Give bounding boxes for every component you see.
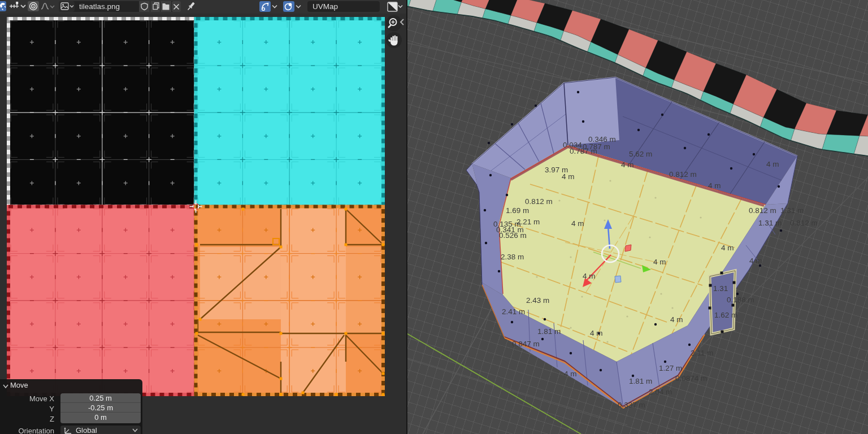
- svg-text:1.69 m: 1.69 m: [506, 206, 529, 215]
- svg-text:0.812 m: 0.812 m: [790, 219, 818, 227]
- svg-text:0.847 m: 0.847 m: [512, 340, 540, 348]
- svg-text:2.11 m: 2.11 m: [691, 349, 713, 357]
- svg-text:5.62 m: 5.62 m: [629, 150, 652, 158]
- svg-text:1.31 m: 1.31 m: [758, 219, 782, 227]
- svg-text:0.812 m: 0.812 m: [749, 206, 776, 215]
- svg-text:2.43 m: 2.43 m: [526, 296, 549, 305]
- svg-text:4 m: 4 m: [766, 160, 779, 168]
- svg-text:0.526 m: 0.526 m: [499, 231, 527, 240]
- svg-text:4 m: 4 m: [590, 329, 603, 337]
- svg-text:2.04 m: 2.04 m: [649, 388, 672, 396]
- svg-text:1.81 m: 1.81 m: [537, 327, 561, 336]
- svg-text:0.0874 m: 0.0874 m: [675, 374, 707, 383]
- svg-text:4 m: 4 m: [653, 258, 666, 266]
- svg-text:1.27 m: 1.27 m: [659, 364, 682, 372]
- svg-text:1.31 m: 1.31 m: [780, 206, 804, 215]
- svg-text:0.188 m: 0.188 m: [727, 296, 754, 304]
- svg-text:0.812 m: 0.812 m: [525, 197, 553, 206]
- svg-text:2.38 m: 2.38 m: [501, 253, 524, 261]
- svg-text:4 m: 4 m: [621, 160, 634, 169]
- svg-text:0.787 m: 0.787 m: [570, 147, 597, 155]
- svg-text:1.31: 1.31: [713, 284, 728, 293]
- svg-text:4 m: 4 m: [721, 244, 734, 252]
- svg-text:4 m: 4 m: [564, 370, 577, 378]
- svg-text:4 m: 4 m: [571, 219, 584, 228]
- svg-text:4 m: 4 m: [562, 172, 575, 181]
- svg-text:4 m: 4 m: [749, 257, 762, 265]
- svg-text:4 m: 4 m: [583, 272, 596, 280]
- svg-text:2.41 m: 2.41 m: [502, 307, 525, 316]
- svg-text:1.81 m: 1.81 m: [629, 377, 652, 385]
- svg-text:4 m: 4 m: [708, 181, 721, 190]
- svg-text:1.62 m: 1.62 m: [714, 311, 737, 319]
- svg-text:4 m: 4 m: [670, 315, 683, 324]
- svg-text:0.812 m: 0.812 m: [669, 170, 697, 179]
- svg-text:0.337 m: 0.337 m: [618, 401, 645, 409]
